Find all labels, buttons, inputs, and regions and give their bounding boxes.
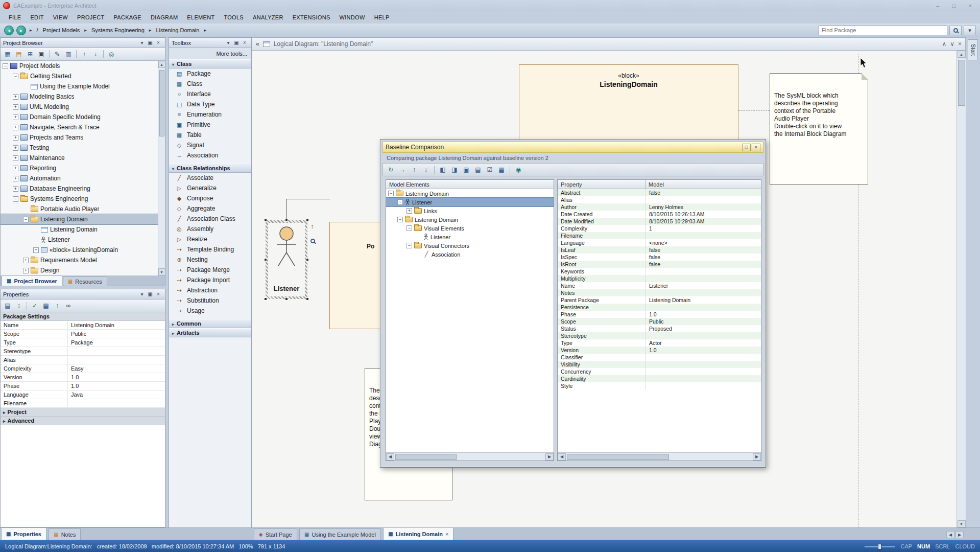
tree-horizontal-scrollbar[interactable]: ◀ ▶ <box>386 452 554 461</box>
move-up-icon[interactable]: ↑ <box>79 50 89 59</box>
grid-row-scope[interactable]: ScopePublic <box>558 318 761 325</box>
tree-item-reporting[interactable]: Reporting <box>1 163 165 173</box>
tab-using-example-model[interactable]: ▦Using the Example Model <box>299 528 381 540</box>
tree-item-design[interactable]: Design <box>1 265 165 275</box>
tree-item-listening-domain-diagram[interactable]: Listening Domain <box>1 224 165 235</box>
next-icon[interactable]: ↓ <box>421 165 431 175</box>
property-row-language[interactable]: LanguageJava <box>1 390 165 399</box>
grid-row-notes[interactable]: Notes <box>558 289 761 296</box>
tool-package-import[interactable]: ⇢Package Import <box>169 275 251 285</box>
tool-association-class[interactable]: ╱Association Class <box>169 214 251 224</box>
merge-file-icon[interactable]: ▤ <box>473 165 483 175</box>
scroll-down-icon[interactable]: ▼ <box>958 520 966 527</box>
cmp-item-listening-domain-2[interactable]: Listening Domain <box>386 215 554 224</box>
tool-table[interactable]: ▦Table <box>169 130 251 140</box>
cmp-item-visual-elements[interactable]: Visual Elements <box>386 224 554 233</box>
tool-generalize[interactable]: ▷Generalize <box>169 183 251 193</box>
reading-view-icon[interactable]: ∞ <box>63 301 74 311</box>
breadcrumb-listening-domain[interactable]: Listening Domain <box>155 27 200 33</box>
package-browser-icon[interactable]: ▣ <box>36 50 46 59</box>
menu-analyzer[interactable]: ANALYZER <box>248 14 288 20</box>
cmp-item-visual-connectors[interactable]: Visual Connectors <box>386 241 554 250</box>
menu-view[interactable]: VIEW <box>49 14 73 20</box>
collapse-expander-icon[interactable] <box>397 199 403 205</box>
property-value[interactable]: Package <box>68 339 165 346</box>
tool-compose[interactable]: ◆Compose <box>169 193 251 203</box>
tool-associate[interactable]: ╱Associate <box>169 173 251 183</box>
property-row-scope[interactable]: ScopePublic <box>1 330 165 338</box>
tab-listening-domain[interactable]: ▦Listening Domain× <box>383 527 453 540</box>
expand-expander-icon[interactable] <box>23 258 29 263</box>
tool-data-type[interactable]: ▢Data Type <box>169 99 251 109</box>
tree-item-maintenance[interactable]: Maintenance <box>1 153 165 163</box>
pin-icon[interactable]: ▣ <box>232 40 241 45</box>
collapse-expander-icon[interactable] <box>3 63 8 69</box>
add-diagram-icon[interactable]: ▤ <box>14 50 24 59</box>
cmp-item-listening-domain[interactable]: Listening Domain <box>386 189 554 198</box>
menu-element[interactable]: ELEMENT <box>182 14 219 20</box>
property-row-stereotype[interactable]: Stereotype <box>1 347 165 356</box>
grid-row-visibility[interactable]: Visibility <box>558 361 761 368</box>
grid-row-language[interactable]: Language<none> <box>558 239 761 246</box>
expand-expander-icon[interactable] <box>13 166 18 171</box>
close-tab-icon[interactable]: × <box>445 531 448 537</box>
collapse-expander-icon[interactable] <box>13 74 18 79</box>
tab-notes[interactable]: ▦Notes <box>49 528 81 540</box>
grid-row-multiplicity[interactable]: Multiplicity <box>558 275 761 282</box>
tool-assembly[interactable]: ◎Assembly <box>169 224 251 234</box>
property-row-phase[interactable]: Phase1.0 <box>1 382 165 390</box>
grid-row-classifier[interactable]: Classifier <box>558 354 761 361</box>
grid-row-version[interactable]: Version1.0 <box>558 347 761 354</box>
breadcrumb-root[interactable]: / <box>36 27 39 33</box>
scroll-right-icon[interactable]: ▶ <box>545 453 554 461</box>
property-value[interactable]: Easy <box>68 365 165 372</box>
cmp-item-association[interactable]: ╱Association <box>386 250 554 259</box>
show-options-icon[interactable]: ☑ <box>485 165 495 175</box>
grid-row-phase[interactable]: Phase1.0 <box>558 311 761 318</box>
menu-file[interactable]: FILE <box>4 14 26 20</box>
tools-dropdown-button[interactable]: ▾ <box>964 26 976 35</box>
resize-handle[interactable] <box>285 297 288 301</box>
scrollbar-thumb[interactable] <box>567 454 669 460</box>
expand-expander-icon[interactable] <box>407 208 412 214</box>
move-down-icon[interactable]: ↓ <box>90 50 101 59</box>
tree-item-portable-audio-player[interactable]: Portable Audio Player <box>1 204 165 214</box>
diagram-vertical-scrollbar[interactable]: ▲ ▼ <box>957 51 966 527</box>
tool-abstraction[interactable]: ⇢Abstraction <box>169 285 251 295</box>
menu-extensions[interactable]: EXTENSIONS <box>288 14 335 20</box>
tree-item-testing[interactable]: Testing <box>1 143 165 153</box>
actor-listener-selection[interactable]: Listener <box>266 220 307 299</box>
chevron-up-icon[interactable]: ∧ <box>942 40 946 48</box>
tab-project-browser[interactable]: ▦Project Browser <box>2 275 62 286</box>
grid-row-isleaf[interactable]: IsLeaffalse <box>558 246 761 254</box>
tree-item-getting-started[interactable]: Getting Started <box>1 71 165 81</box>
collapse-expander-icon[interactable] <box>397 217 403 222</box>
scrollbar-thumb[interactable] <box>159 70 164 136</box>
grid-row-keywords[interactable]: Keywords <box>558 268 761 275</box>
grid-horizontal-scrollbar[interactable]: ◀ ▶ <box>558 452 761 461</box>
help-icon[interactable]: ◉ <box>513 165 523 175</box>
scrollbar-thumb[interactable] <box>958 60 965 106</box>
find-package-input[interactable] <box>819 26 947 35</box>
collapse-expander-icon[interactable] <box>407 225 412 231</box>
nav-arrow-icon[interactable]: ▸ <box>29 28 33 33</box>
tool-nesting[interactable]: ⊕Nesting <box>169 255 251 265</box>
toolbox-section-artifacts[interactable]: Artifacts <box>169 328 251 337</box>
expand-arrow-icon[interactable] <box>3 409 6 415</box>
expand-expander-icon[interactable] <box>13 176 18 181</box>
collapse-expander-icon[interactable] <box>13 196 18 202</box>
property-value[interactable]: 1.0 <box>68 383 165 389</box>
collapse-expander-icon[interactable] <box>407 243 412 248</box>
grid-row-date-created[interactable]: Date Created8/10/2015 10:26:13 AM <box>558 211 761 218</box>
resize-handle[interactable] <box>306 219 309 222</box>
expand-expander-icon[interactable] <box>23 268 29 273</box>
scroll-down-icon[interactable]: ▼ <box>158 268 165 275</box>
grid-row-concurrency[interactable]: Concurrency <box>558 368 761 375</box>
previous-icon[interactable]: ↑ <box>409 165 419 175</box>
expand-expander-icon[interactable] <box>13 186 18 192</box>
maximize-button[interactable]: □ <box>947 3 961 9</box>
resize-handle[interactable] <box>264 258 267 261</box>
tree-item-systems-engineering[interactable]: Systems Engineering <box>1 194 165 204</box>
tree-item-project-models[interactable]: Project Models <box>1 61 165 71</box>
minimize-button[interactable]: – <box>931 3 944 9</box>
